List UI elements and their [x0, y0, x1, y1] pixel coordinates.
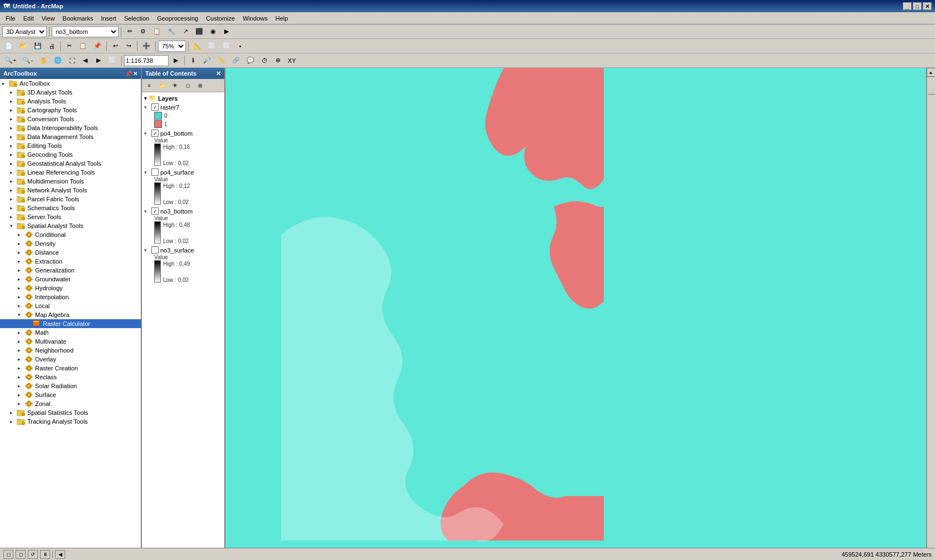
tree-item-linear-ref[interactable]: ▸Linear Referencing Tools: [0, 168, 141, 177]
tree-item-conversion-tools[interactable]: ▸Conversion Tools: [0, 115, 141, 123]
scale-select[interactable]: 75%: [158, 41, 186, 52]
toolbar-btn-3[interactable]: 📋: [150, 26, 164, 38]
tree-item-cartography-tools[interactable]: ▸Cartography Tools: [0, 106, 141, 115]
tree-item-generalization[interactable]: ▸Generalization: [0, 266, 141, 275]
expand-icon-conversion-tools[interactable]: ▸: [10, 116, 17, 122]
expand-icon-density[interactable]: ▸: [18, 241, 24, 246]
minimize-button[interactable]: _: [903, 2, 912, 10]
cut-btn[interactable]: ✂: [63, 40, 75, 52]
measure-btn[interactable]: 📏: [215, 54, 228, 67]
toc-expand-raster7[interactable]: ▾: [144, 105, 150, 110]
zoom-out-btn[interactable]: 🔍-: [20, 54, 36, 67]
full-extent-btn[interactable]: ⛶: [66, 54, 78, 67]
magnifier-btn[interactable]: ⊕: [272, 54, 284, 67]
expand-icon-data-interop[interactable]: ▸: [10, 125, 17, 131]
open-btn[interactable]: 📂: [17, 40, 30, 52]
scroll-track[interactable]: [927, 77, 936, 551]
tree-item-geostatistical[interactable]: ▸Geostatistical Analyst Tools: [0, 159, 141, 168]
tree-item-solar-radiation[interactable]: ▸Solar Radiation: [0, 381, 141, 390]
status-btn-4[interactable]: ⏸: [40, 550, 50, 559]
maximize-button[interactable]: □: [913, 2, 922, 10]
expand-icon-multivariate[interactable]: ▸: [18, 339, 24, 344]
menu-help[interactable]: Help: [272, 14, 292, 23]
expand-icon-tracking-analyst[interactable]: ▸: [10, 419, 17, 424]
menu-view[interactable]: View: [38, 14, 58, 23]
tree-item-distance[interactable]: ▸Distance: [0, 248, 141, 257]
expand-icon-generalization[interactable]: ▸: [18, 267, 24, 273]
toc-layer-header-no3_surface[interactable]: ▾no3_surface: [143, 246, 223, 254]
more-btn[interactable]: ▪: [234, 40, 247, 52]
layer-dropdown[interactable]: no3_bottom: [52, 26, 119, 37]
scroll-up-arrow[interactable]: ▲: [927, 68, 936, 77]
expand-icon-interpolation[interactable]: ▸: [18, 294, 24, 300]
expand-icon-parcel-fabric[interactable]: ▸: [10, 196, 17, 202]
menu-bookmarks[interactable]: Bookmarks: [59, 14, 96, 23]
tree-item-density[interactable]: ▸Density: [0, 239, 141, 248]
save-btn[interactable]: 💾: [31, 40, 45, 52]
menu-file[interactable]: File: [2, 14, 19, 23]
toc-layer-header-po4_bottom[interactable]: ▾po4_bottom: [143, 129, 223, 137]
tree-item-map-algebra[interactable]: ▾Map Algebra: [0, 310, 141, 319]
time-slider-btn[interactable]: ⏱: [258, 54, 270, 67]
expand-icon-linear-ref[interactable]: ▸: [10, 170, 17, 175]
go-btn[interactable]: ▶: [170, 54, 182, 67]
toc-layer-header-raster7[interactable]: ▾raster7: [143, 103, 223, 111]
expand-icon-map-algebra[interactable]: ▾: [18, 312, 24, 318]
expand-icon-solar-radiation[interactable]: ▸: [18, 383, 24, 389]
tree-item-multivariate[interactable]: ▸Multivariate: [0, 337, 141, 346]
expand-icon-reclass[interactable]: ▸: [18, 374, 24, 380]
toolbar-btn-6[interactable]: ⬛: [193, 26, 206, 38]
toolbar-btn-5[interactable]: ↗: [179, 26, 191, 38]
tree-item-surface[interactable]: ▸Surface: [0, 390, 141, 399]
undo-btn[interactable]: ↩: [109, 40, 121, 52]
identify-btn[interactable]: ℹ: [187, 54, 199, 67]
toolbar-btn-7[interactable]: ◉: [207, 26, 219, 38]
globe-btn[interactable]: 🌐: [51, 54, 65, 67]
scroll-thumb[interactable]: [928, 78, 936, 95]
tree-item-reclass[interactable]: ▸Reclass: [0, 373, 141, 381]
toc-close[interactable]: ✕: [216, 70, 221, 77]
expand-icon-surface[interactable]: ▸: [18, 392, 24, 398]
status-btn-3[interactable]: ↺: [28, 550, 38, 559]
tree-item-schematics[interactable]: ▸Schematics Tools: [0, 204, 141, 212]
tree-item-arctoolbox-root[interactable]: ▸ArcToolbox: [0, 79, 141, 88]
expand-icon-multidimension[interactable]: ▸: [10, 179, 17, 184]
expand-icon-raster-creation[interactable]: ▸: [18, 365, 24, 371]
expand-icon-conditional[interactable]: ▸: [18, 232, 24, 237]
tree-item-geocoding-tools[interactable]: ▸Geocoding Tools: [0, 150, 141, 159]
tree-item-extraction[interactable]: ▸Extraction: [0, 257, 141, 266]
tree-item-server-tools[interactable]: ▸Server Tools: [0, 212, 141, 221]
expand-icon-distance[interactable]: ▸: [18, 250, 24, 255]
tree-item-zonal[interactable]: ▸Zonal: [0, 399, 141, 408]
analyst-dropdown[interactable]: 3D Analyst: [2, 26, 47, 37]
expand-icon-network-analyst[interactable]: ▸: [10, 187, 17, 193]
tree-item-raster-calculator[interactable]: Raster Calculator: [0, 319, 141, 328]
menu-customize[interactable]: Customize: [203, 14, 238, 23]
menu-geoprocessing[interactable]: Geoprocessing: [154, 14, 201, 23]
toolbar-btn-2[interactable]: ⚙: [137, 26, 149, 38]
tree-item-conditional[interactable]: ▸Conditional: [0, 230, 141, 239]
expand-icon-editing-tools[interactable]: ▸: [10, 143, 17, 148]
toc-layer-header-no3_bottom[interactable]: ▾no3_bottom: [143, 207, 223, 215]
status-btn-2[interactable]: ◻: [16, 550, 26, 559]
toc-expand-no3_surface[interactable]: ▾: [144, 247, 150, 253]
pan-btn[interactable]: ✋: [37, 54, 50, 67]
toc-expand-no3_bottom[interactable]: ▾: [144, 209, 150, 214]
tree-item-editing-tools[interactable]: ▸Editing Tools: [0, 141, 141, 150]
expand-icon-3d-analyst[interactable]: ▸: [10, 90, 17, 95]
expand-icon-hydrology[interactable]: ▸: [18, 285, 24, 291]
toc-checkbox-no3_bottom[interactable]: [151, 207, 159, 215]
toc-list-btn[interactable]: ≡: [143, 81, 155, 91]
scroll-left-btn[interactable]: ◀: [55, 550, 65, 559]
toc-checkbox-no3_surface[interactable]: [151, 246, 159, 254]
html-popup-btn[interactable]: 💬: [244, 54, 257, 67]
zoom-prev-btn[interactable]: ◀: [79, 54, 91, 67]
select-features-btn[interactable]: ⬜: [106, 54, 119, 67]
tree-item-3d-analyst[interactable]: ▸3D Analyst Tools: [0, 88, 141, 97]
toc-expand-po4_bottom[interactable]: ▾: [144, 131, 150, 136]
menu-selection[interactable]: Selection: [121, 14, 152, 23]
tree-item-overlay[interactable]: ▸Overlay: [0, 355, 141, 364]
new-btn[interactable]: 📄: [2, 40, 16, 52]
toc-expand-po4_surface[interactable]: ▾: [144, 170, 150, 175]
tree-item-raster-creation[interactable]: ▸Raster Creation: [0, 364, 141, 373]
